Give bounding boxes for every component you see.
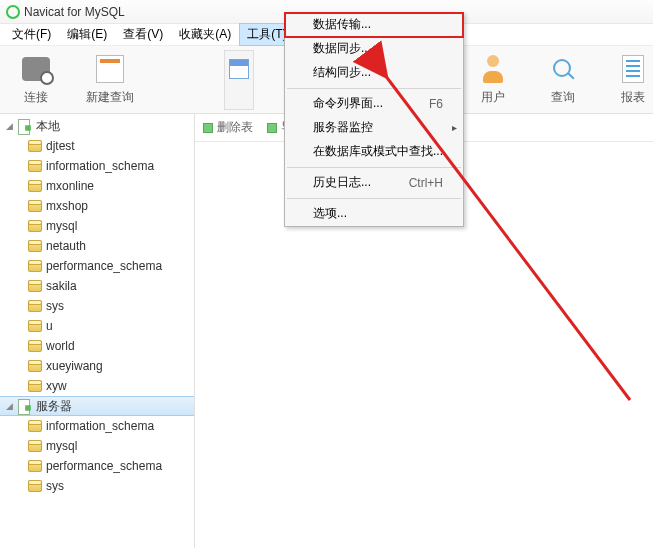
- menu-server-monitor[interactable]: 服务器监控: [285, 116, 463, 140]
- connection-icon: [18, 119, 32, 133]
- database-icon: [28, 480, 42, 492]
- import-icon: [267, 123, 277, 133]
- separator: [287, 198, 461, 199]
- menu-history-log[interactable]: 历史日志...Ctrl+H: [285, 171, 463, 195]
- database-label: sys: [46, 299, 64, 313]
- connection-本地[interactable]: ◢本地: [0, 116, 194, 136]
- database-performance_schema[interactable]: performance_schema: [0, 456, 194, 476]
- search-icon: [551, 57, 575, 81]
- database-label: information_schema: [46, 159, 154, 173]
- menu-view[interactable]: 查看(V): [115, 23, 171, 46]
- database-label: djtest: [46, 139, 75, 153]
- toolbar-connect[interactable]: 连接: [16, 53, 56, 106]
- database-label: world: [46, 339, 75, 353]
- database-label: information_schema: [46, 419, 154, 433]
- database-icon: [28, 340, 42, 352]
- user-icon: [481, 55, 505, 83]
- toolbar-users[interactable]: 用户: [473, 53, 513, 106]
- toolbar-partial[interactable]: [224, 50, 254, 110]
- menu-edit[interactable]: 编辑(E): [59, 23, 115, 46]
- database-icon: [28, 140, 42, 152]
- expand-icon[interactable]: ◢: [4, 121, 14, 131]
- database-icon: [28, 240, 42, 252]
- database-information_schema[interactable]: information_schema: [0, 416, 194, 436]
- database-label: mxshop: [46, 199, 88, 213]
- tools-dropdown: 数据传输... 数据同步... 结构同步... 命令列界面...F6 服务器监控…: [284, 12, 464, 227]
- separator: [287, 88, 461, 89]
- database-icon: [28, 360, 42, 372]
- database-label: mysql: [46, 439, 77, 453]
- database-icon: [28, 380, 42, 392]
- menu-structure-sync[interactable]: 结构同步...: [285, 61, 463, 85]
- database-label: netauth: [46, 239, 86, 253]
- plug-icon: [22, 57, 50, 81]
- toolbar-users-label: 用户: [481, 89, 505, 106]
- toolbar-query[interactable]: 查询: [543, 53, 583, 106]
- separator: [287, 167, 461, 168]
- toolbar-connect-label: 连接: [24, 89, 48, 106]
- database-mxonline[interactable]: mxonline: [0, 176, 194, 196]
- database-icon: [28, 160, 42, 172]
- new-query-icon: [96, 55, 124, 83]
- database-label: u: [46, 319, 53, 333]
- database-icon: [28, 220, 42, 232]
- database-mxshop[interactable]: mxshop: [0, 196, 194, 216]
- database-xyw[interactable]: xyw: [0, 376, 194, 396]
- btn-delete-table[interactable]: 删除表: [203, 119, 253, 136]
- toolbar-new-query-label: 新建查询: [86, 89, 134, 106]
- table-icon: [229, 59, 249, 79]
- database-icon: [28, 460, 42, 472]
- menu-find-in-db[interactable]: 在数据库或模式中查找...: [285, 140, 463, 164]
- database-icon: [28, 280, 42, 292]
- database-icon: [28, 200, 42, 212]
- menu-file[interactable]: 文件(F): [4, 23, 59, 46]
- database-label: performance_schema: [46, 259, 162, 273]
- database-u[interactable]: u: [0, 316, 194, 336]
- menu-console[interactable]: 命令列界面...F6: [285, 92, 463, 116]
- database-label: mxonline: [46, 179, 94, 193]
- database-world[interactable]: world: [0, 336, 194, 356]
- app-title: Navicat for MySQL: [24, 5, 125, 19]
- database-label: performance_schema: [46, 459, 162, 473]
- database-sakila[interactable]: sakila: [0, 276, 194, 296]
- database-sys[interactable]: sys: [0, 296, 194, 316]
- toolbar-report[interactable]: 报表: [613, 53, 653, 106]
- database-label: xueyiwang: [46, 359, 103, 373]
- menu-data-sync[interactable]: 数据同步...: [285, 37, 463, 61]
- toolbar-new-query[interactable]: 新建查询: [86, 53, 134, 106]
- table-delete-icon: [203, 123, 213, 133]
- database-netauth[interactable]: netauth: [0, 236, 194, 256]
- database-icon: [28, 420, 42, 432]
- connection-服务器[interactable]: ◢服务器: [0, 396, 194, 416]
- connection-tree[interactable]: ◢本地djtestinformation_schemamxonlinemxsho…: [0, 114, 195, 548]
- database-sys[interactable]: sys: [0, 476, 194, 496]
- database-mysql[interactable]: mysql: [0, 436, 194, 456]
- connection-label: 服务器: [36, 398, 72, 415]
- database-icon: [28, 300, 42, 312]
- database-label: xyw: [46, 379, 67, 393]
- database-label: sakila: [46, 279, 77, 293]
- toolbar-report-label: 报表: [621, 89, 645, 106]
- database-performance_schema[interactable]: performance_schema: [0, 256, 194, 276]
- report-icon: [622, 55, 644, 83]
- toolbar-query-label: 查询: [551, 89, 575, 106]
- database-xueyiwang[interactable]: xueyiwang: [0, 356, 194, 376]
- database-label: mysql: [46, 219, 77, 233]
- database-icon: [28, 440, 42, 452]
- menu-data-transfer[interactable]: 数据传输...: [285, 13, 463, 37]
- database-icon: [28, 320, 42, 332]
- database-djtest[interactable]: djtest: [0, 136, 194, 156]
- app-icon: [6, 5, 20, 19]
- menu-options[interactable]: 选项...: [285, 202, 463, 226]
- database-icon: [28, 260, 42, 272]
- connection-icon: [18, 399, 32, 413]
- connection-label: 本地: [36, 118, 60, 135]
- toolbar: 连接 新建查询 数据传输... 数据同步... 结构同步... 命令列界面...…: [0, 46, 653, 114]
- database-icon: [28, 180, 42, 192]
- menu-favorites[interactable]: 收藏夹(A): [171, 23, 239, 46]
- database-mysql[interactable]: mysql: [0, 216, 194, 236]
- expand-icon[interactable]: ◢: [4, 401, 14, 411]
- database-information_schema[interactable]: information_schema: [0, 156, 194, 176]
- database-label: sys: [46, 479, 64, 493]
